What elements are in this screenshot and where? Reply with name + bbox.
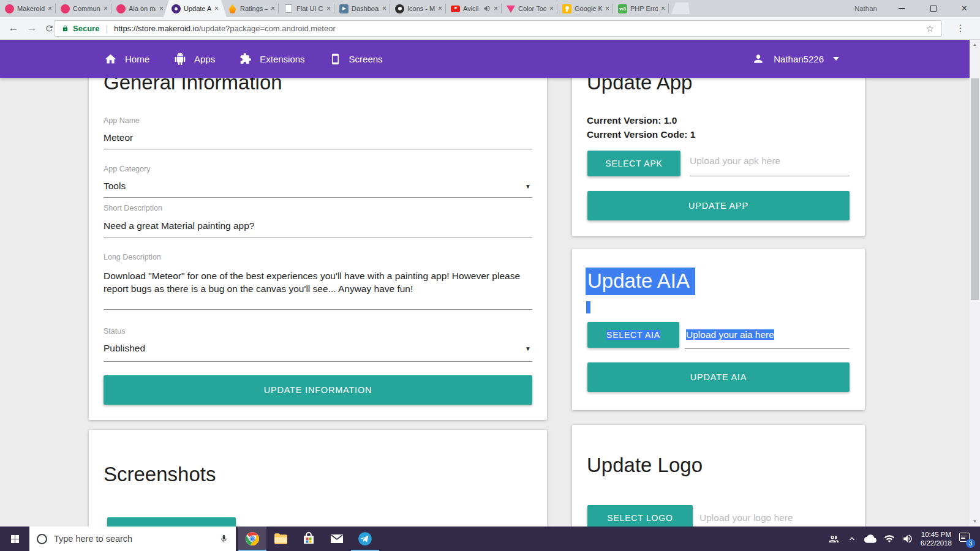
update-information-button[interactable]: UPDATE INFORMATION (104, 375, 532, 405)
browser-menu-icon[interactable]: ⋮ (952, 20, 969, 37)
tab-close-icon[interactable]: × (159, 4, 164, 13)
taskbar-search[interactable] (29, 527, 236, 551)
tab-close-icon[interactable]: × (271, 4, 275, 13)
search-input[interactable] (54, 534, 213, 544)
forward-button[interactable]: → (23, 20, 40, 37)
address-bar[interactable]: Secure | https://store.makeroid.io/updat… (54, 20, 942, 37)
long-description-input[interactable]: Download "Meteor" for one of the best ex… (104, 269, 532, 295)
select-logo-button[interactable]: SELECT LOGO (587, 505, 693, 527)
tab-makeroid[interactable]: Makeroid × (0, 0, 56, 17)
tab-close-icon[interactable]: × (48, 4, 52, 13)
tab-audio-speaker-icon[interactable] (483, 5, 491, 12)
current-version-text: Current Version: 1.0 (587, 115, 677, 126)
tab-close-icon[interactable]: × (549, 4, 554, 13)
home-icon (104, 53, 117, 66)
tab-close-icon[interactable]: × (605, 4, 609, 13)
logo-filename-field[interactable]: Upload your logo here (699, 512, 793, 523)
chevron-up-icon[interactable] (847, 534, 857, 544)
user-menu[interactable]: Nathan5226 (752, 53, 839, 65)
tab-close-icon[interactable]: × (661, 4, 665, 13)
tab-ratings[interactable]: Ratings – × (223, 0, 279, 17)
minimize-button[interactable] (886, 0, 918, 17)
taskbar-file-explorer-icon[interactable] (266, 527, 295, 551)
field-underline (104, 149, 532, 149)
action-center-icon[interactable]: 3 (959, 531, 973, 546)
onedrive-cloud-icon[interactable] (864, 533, 876, 545)
tab-update-app-active[interactable]: Update Ap × (164, 0, 227, 17)
tab-title: Google Ke (575, 5, 602, 12)
app-name-input[interactable]: Meteor (104, 132, 133, 143)
scrollbar-down-icon[interactable]: ▼ (970, 517, 980, 527)
aia-filename-field[interactable]: Upload your aia here (686, 329, 774, 340)
new-tab-button[interactable] (671, 2, 690, 14)
tab-flat-ui[interactable]: Flat UI Co × (279, 0, 334, 17)
tab-google-keep[interactable]: Google Ke × (557, 0, 613, 17)
short-description-input[interactable]: Need a great Material painting app? (104, 220, 254, 231)
tab-title: Makeroid (17, 5, 45, 12)
bookmark-star-icon[interactable]: ☆ (926, 23, 934, 34)
status-select[interactable]: Published (104, 343, 145, 354)
username-label: Nathan5226 (774, 54, 824, 64)
tab-close-icon[interactable]: × (382, 4, 386, 13)
microphone-icon[interactable] (219, 533, 228, 544)
select-apk-button[interactable]: SELECT APK (587, 151, 680, 176)
tab-close-icon[interactable]: × (326, 4, 331, 13)
browser-toolbar: ← → Secure | https://store.makeroid.io/u… (0, 17, 980, 40)
tab-title: Update Ap (184, 5, 211, 12)
app-name-label: App Name (104, 116, 140, 125)
short-description-label: Short Description (104, 204, 162, 212)
wifi-icon[interactable] (884, 533, 895, 544)
browser-profile-name[interactable]: Nathan (848, 0, 883, 17)
tab-close-icon[interactable]: × (494, 4, 498, 13)
tab-icons[interactable]: Icons - Ma × (390, 0, 446, 17)
people-icon[interactable] (828, 533, 840, 545)
site-navbar: Home Apps Extensions Screens Nathan5226 (0, 40, 970, 78)
volume-icon[interactable] (902, 533, 913, 544)
nav-item-home[interactable]: Home (104, 52, 149, 66)
maximize-button[interactable] (918, 0, 949, 17)
status-label: Status (104, 327, 125, 335)
smartphone-icon (330, 53, 341, 66)
windows-taskbar: 10:45 PM 6/22/2018 3 (0, 527, 980, 551)
taskbar-mail-icon[interactable] (323, 527, 351, 551)
update-app-button[interactable]: UPDATE APP (587, 191, 850, 220)
scrollbar-thumb[interactable] (971, 78, 979, 300)
page-scrollbar[interactable]: ▲ ▼ (970, 40, 980, 527)
select-screenshot-button[interactable] (107, 517, 236, 527)
nav-item-label: Home (125, 54, 149, 64)
page-favicon-icon (285, 4, 292, 13)
taskbar-microsoft-store-icon[interactable] (295, 527, 323, 551)
start-button[interactable] (0, 527, 29, 551)
tab-close-icon[interactable]: × (214, 4, 219, 13)
tab-dashboard[interactable]: Dashboar × (334, 0, 390, 17)
taskbar-telegram-icon[interactable] (351, 527, 379, 551)
tab-close-icon[interactable]: × (438, 4, 442, 13)
nav-item-extensions[interactable]: Extensions (239, 52, 304, 66)
selected-title-text: Update AIA (586, 268, 695, 295)
navbar-items: Home Apps Extensions Screens (104, 52, 383, 66)
back-button[interactable]: ← (5, 20, 22, 37)
tab-close-icon[interactable]: × (104, 4, 108, 13)
tab-aia[interactable]: Aia on ma × (111, 0, 167, 17)
nav-item-label: Extensions (260, 54, 304, 64)
taskbar-chrome-icon[interactable] (238, 527, 266, 551)
apk-filename-field[interactable]: Upload your apk here (690, 156, 780, 167)
update-aia-button[interactable]: UPDATE AIA (587, 362, 850, 392)
nav-item-screens[interactable]: Screens (330, 52, 383, 66)
card-title: Update AIA (586, 269, 695, 293)
tab-avicii[interactable]: Avicii - × (446, 0, 502, 17)
close-window-button[interactable]: × (949, 0, 980, 17)
tab-community[interactable]: Communi × (56, 0, 111, 17)
scrollbar-up-icon[interactable]: ▲ (970, 40, 980, 50)
tab-color-tool[interactable]: Color Too × (502, 0, 557, 17)
makeroid-favicon-icon (5, 4, 14, 13)
nav-item-apps[interactable]: Apps (174, 52, 215, 66)
app-category-select[interactable]: Tools (104, 181, 126, 192)
taskbar-clock[interactable]: 10:45 PM 6/22/2018 (921, 530, 952, 547)
select-aia-button[interactable]: SELECT AIA (587, 322, 679, 348)
person-icon (752, 53, 764, 65)
tab-title: Dashboar (352, 5, 379, 12)
cortana-icon[interactable] (37, 534, 47, 544)
tab-php-error[interactable]: w3 PHP Error × (613, 0, 669, 17)
field-underline (690, 176, 850, 176)
